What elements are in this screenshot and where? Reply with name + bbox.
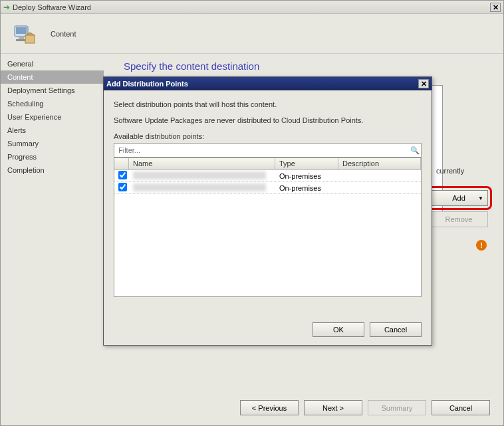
- currently-label: currently: [436, 167, 464, 175]
- wizard-title: Deploy Software Wizard: [13, 3, 490, 11]
- grid-row[interactable]: On-premises: [114, 170, 421, 182]
- filter-input[interactable]: [114, 145, 409, 156]
- dialog-title: Add Distribution Points: [106, 80, 418, 88]
- row-checkbox[interactable]: [118, 183, 127, 191]
- grid-header: Name Type Description: [114, 158, 421, 170]
- sidebar-item-general[interactable]: General: [1, 57, 104, 70]
- previous-button[interactable]: < Previous: [240, 400, 299, 415]
- wizard-arrow-icon: ➔: [3, 3, 10, 12]
- col-header-name[interactable]: Name: [129, 158, 275, 169]
- sidebar-item-user-experience[interactable]: User Experience: [1, 110, 104, 124]
- svg-rect-1: [16, 27, 27, 34]
- dialog-close-button[interactable]: ✕: [418, 79, 429, 88]
- sidebar-item-progress[interactable]: Progress: [1, 150, 104, 163]
- cancel-button[interactable]: Cancel: [432, 400, 490, 415]
- svg-rect-4: [25, 35, 35, 43]
- dialog-cancel-button[interactable]: Cancel: [370, 322, 422, 337]
- sidebar-item-scheduling[interactable]: Scheduling: [1, 97, 104, 110]
- wizard-close-button[interactable]: ✕: [490, 3, 501, 12]
- next-button[interactable]: Next >: [304, 400, 362, 415]
- dialog-ok-button[interactable]: OK: [313, 322, 364, 337]
- dialog-footer: OK Cancel: [313, 322, 422, 337]
- content-icon: [11, 21, 37, 47]
- add-button-group: Add ▼ Remove: [430, 190, 503, 227]
- sidebar-item-completion[interactable]: Completion: [1, 163, 104, 177]
- sidebar-item-alerts[interactable]: Alerts: [1, 124, 104, 137]
- add-button[interactable]: Add ▼: [430, 190, 488, 206]
- search-icon[interactable]: 🔍: [409, 146, 421, 155]
- summary-button: Summary: [368, 400, 426, 415]
- dialog-titlebar: Add Distribution Points ✕: [104, 77, 432, 90]
- wizard-header: Content: [1, 14, 503, 54]
- sidebar-item-summary[interactable]: Summary: [1, 137, 104, 150]
- col-header-type[interactable]: Type: [275, 158, 338, 169]
- dialog-instruction: Select distribution points that will hos…: [114, 100, 422, 108]
- row-name: [129, 171, 275, 181]
- wizard-titlebar: ➔ Deploy Software Wizard ✕: [1, 1, 503, 14]
- col-header-check[interactable]: [114, 158, 129, 169]
- col-header-description[interactable]: Description: [338, 158, 421, 169]
- distribution-points-grid: Name Type Description On-premises On-pre…: [114, 158, 422, 297]
- sidebar-item-content[interactable]: Content: [1, 70, 104, 84]
- row-name: [129, 183, 275, 193]
- available-label: Available distribution points:: [114, 132, 422, 140]
- dialog-body: Select distribution points that will hos…: [104, 90, 432, 307]
- add-button-label: Add: [452, 194, 465, 202]
- grid-row[interactable]: On-premises: [114, 182, 421, 194]
- section-heading: Specify the content destination: [124, 60, 483, 72]
- svg-rect-2: [19, 37, 24, 39]
- row-type: On-premises: [275, 172, 338, 180]
- dialog-note: Software Update Packages are never distr…: [114, 116, 422, 124]
- sidebar-item-deployment-settings[interactable]: Deployment Settings: [1, 84, 104, 97]
- warning-icon: !: [476, 240, 487, 251]
- row-checkbox[interactable]: [118, 171, 127, 179]
- wizard-sidebar: General Content Deployment Settings Sche…: [1, 54, 104, 373]
- row-type: On-premises: [275, 184, 338, 192]
- remove-button: Remove: [430, 211, 488, 227]
- filter-box: 🔍: [114, 143, 422, 158]
- wizard-footer: < Previous Next > Summary Cancel: [240, 400, 490, 415]
- dropdown-arrow-icon: ▼: [478, 195, 483, 201]
- add-distribution-points-dialog: Add Distribution Points ✕ Select distrib…: [103, 76, 432, 346]
- wizard-step-title: Content: [51, 30, 76, 38]
